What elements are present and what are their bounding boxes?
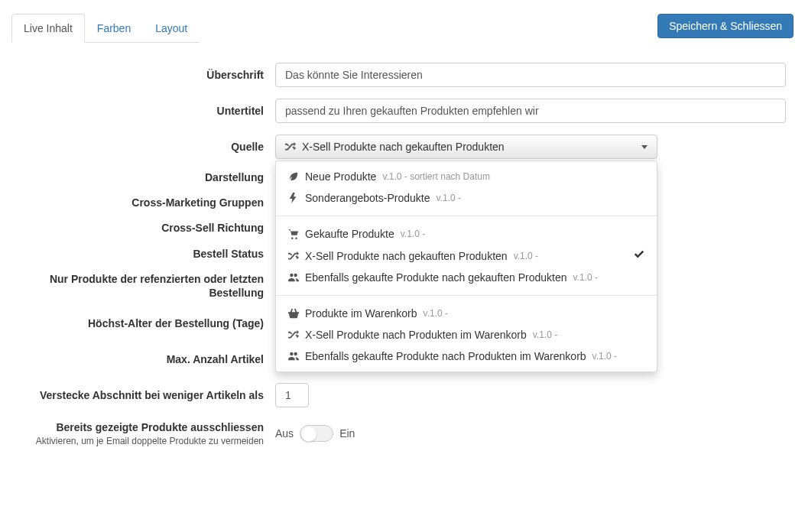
label-verstecke: Verstecke Abschnitt bei weniger Artikeln…	[11, 388, 275, 402]
label-hoechst-alter: Höchst-Alter der Bestellung (Tage)	[11, 316, 275, 330]
label-max-artikel: Max. Anzahl Artikel	[11, 352, 275, 366]
label-ueberschrift: Überschrift	[11, 68, 275, 82]
tabs: Live Inhalt Farben Layout	[11, 14, 200, 43]
cart-icon	[288, 229, 299, 239]
dropdown-option[interactable]: Ebenfalls gekaufte Produkte nach gekauft…	[276, 267, 657, 288]
basket-icon	[288, 308, 299, 319]
shuffle-icon	[288, 251, 299, 261]
help-bereits-gezeigte: Aktivieren, um je Email doppelte Produkt…	[11, 436, 264, 448]
chevron-down-icon	[641, 145, 648, 149]
dropdown-divider	[276, 216, 657, 216]
dropdown-option[interactable]: Produkte im Warenkorb v.1.0 -	[276, 303, 657, 324]
label-cm-gruppen: Cross-Marketing Gruppen	[11, 196, 275, 209]
dropdown-option[interactable]: Gekaufte Produkte v.1.0 -	[276, 223, 657, 245]
users-icon	[288, 351, 299, 362]
shuffle-icon	[288, 329, 299, 340]
dropdown-option[interactable]: X-Sell Produkte nach Produkten im Warenk…	[276, 324, 657, 345]
input-ueberschrift[interactable]	[275, 63, 786, 87]
label-cs-richtung: Cross-Sell Richtung	[11, 221, 275, 235]
dropdown-quelle: Neue Produkte v.1.0 - sortiert nach Datu…	[275, 161, 657, 372]
input-verstecke[interactable]	[275, 383, 309, 407]
tab-farben[interactable]: Farben	[85, 14, 143, 43]
bolt-icon	[288, 193, 299, 203]
input-untertitel[interactable]	[275, 99, 786, 123]
label-bestell-status: Bestell Status	[11, 247, 275, 261]
label-darstellung: Darstellung	[11, 170, 275, 184]
dropdown-option[interactable]: Neue Produkte v.1.0 - sortiert nach Datu…	[276, 166, 657, 187]
dropdown-divider	[276, 295, 657, 296]
select-quelle[interactable]: X-Sell Produkte nach gekauften Produkten	[275, 135, 657, 159]
toggle-off-label: Aus	[275, 427, 294, 440]
toggle-on-label: Ein	[339, 427, 355, 440]
dropdown-option[interactable]: Sonderangebots-Produkte v.1.0 -	[276, 187, 657, 209]
tab-layout[interactable]: Layout	[143, 14, 200, 43]
label-bereits-gezeigte: Bereits gezeigte Produkte ausschliessen	[11, 420, 264, 434]
tab-live-inhalt[interactable]: Live Inhalt	[11, 14, 85, 43]
check-icon	[634, 249, 644, 262]
leaf-icon	[288, 171, 299, 182]
toggle-bereits-gezeigte[interactable]	[300, 425, 333, 442]
label-nur-produkte: Nur Produkte der refenzierten oder letzt…	[11, 272, 275, 300]
dropdown-option-selected[interactable]: X-Sell Produkte nach gekauften Produkten…	[276, 245, 657, 267]
save-close-button[interactable]: Speichern & Schliessen	[657, 14, 794, 38]
label-untertitel: Untertitel	[11, 104, 275, 118]
dropdown-option[interactable]: Ebenfalls gekaufte Produkte nach Produkt…	[276, 345, 657, 367]
select-quelle-value: X-Sell Produkte nach gekauften Produkten	[302, 141, 505, 153]
label-quelle: Quelle	[11, 140, 275, 154]
users-icon	[288, 272, 299, 283]
shuffle-icon	[285, 141, 296, 152]
